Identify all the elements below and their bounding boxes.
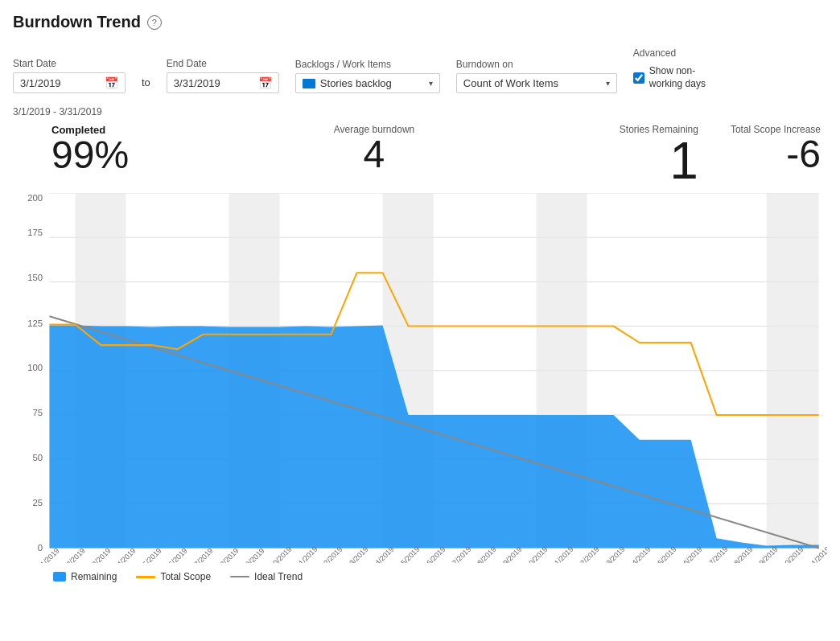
- show-nonworking-wrap: Show non-working days: [633, 62, 722, 93]
- backlogs-chevron-icon: ▾: [429, 79, 433, 88]
- start-date-label: Start Date: [13, 58, 126, 69]
- svg-text:3/4/2019: 3/4/2019: [111, 547, 138, 563]
- total-scope-swatch: [136, 576, 155, 578]
- help-icon[interactable]: ?: [147, 15, 162, 30]
- svg-text:25: 25: [33, 499, 43, 508]
- end-date-value: 3/31/2019: [174, 77, 253, 89]
- avg-burndown-block: Average burndown 4: [334, 124, 415, 174]
- calendar-icon-start: 📅: [105, 76, 118, 89]
- stories-remaining-value: 1: [620, 135, 698, 187]
- chart-legend: Remaining Total Scope Ideal Trend: [13, 571, 827, 582]
- avg-burndown-value: 4: [364, 133, 385, 175]
- backlogs-group: Backlogs / Work Items Stories backlog ▾: [295, 59, 440, 93]
- weekend-band-5: [767, 193, 819, 549]
- start-date-value: 3/1/2019: [20, 77, 100, 89]
- advanced-label: Advanced: [633, 47, 722, 59]
- burndown-value: Count of Work Items: [463, 77, 601, 89]
- backlogs-label: Backlogs / Work Items: [295, 59, 440, 70]
- to-separator: to: [142, 76, 150, 93]
- burndown-chevron-icon: ▾: [606, 79, 610, 88]
- svg-text:100: 100: [27, 363, 43, 372]
- backlogs-value: Stories backlog: [320, 77, 424, 89]
- svg-text:3/3/2019: 3/3/2019: [86, 547, 113, 563]
- date-range-label: 3/1/2019 - 3/31/2019: [13, 106, 827, 117]
- backlogs-dropdown[interactable]: Stories backlog ▾: [295, 73, 440, 93]
- remaining-label: Remaining: [71, 571, 117, 582]
- chart-container: 0 25 50 75 100 125 150 175 200: [13, 193, 827, 563]
- svg-text:75: 75: [33, 408, 43, 417]
- remaining-area: [49, 326, 818, 549]
- svg-text:3/6/2019: 3/6/2019: [163, 547, 189, 563]
- burndown-group: Burndown on Count of Work Items ▾: [456, 59, 617, 93]
- total-scope-value: -6: [731, 135, 821, 174]
- chart-area: 3/1/2019 - 3/31/2019 Completed 99% Avera…: [13, 106, 827, 582]
- ideal-trend-legend-label: Ideal Trend: [254, 571, 303, 582]
- svg-text:3/8/2019: 3/8/2019: [214, 547, 241, 563]
- calendar-icon-end: 📅: [258, 76, 272, 89]
- svg-text:3/2/2019: 3/2/2019: [60, 547, 87, 563]
- svg-text:0: 0: [38, 543, 43, 553]
- page-title: Burndown Trend: [13, 13, 141, 31]
- page-header: Burndown Trend ?: [13, 13, 827, 31]
- total-scope-legend-label: Total Scope: [160, 571, 211, 582]
- svg-text:3/7/2019: 3/7/2019: [188, 547, 215, 563]
- completed-block: Completed 99%: [51, 124, 129, 175]
- svg-text:200: 200: [27, 193, 43, 203]
- end-date-group: End Date 3/31/2019 📅: [167, 58, 279, 93]
- legend-remaining: Remaining: [53, 571, 117, 582]
- legend-total-scope: Total Scope: [136, 571, 211, 582]
- start-date-input[interactable]: 3/1/2019 📅: [13, 72, 126, 93]
- legend-ideal-trend: Ideal Trend: [230, 571, 303, 582]
- completed-value: 99%: [51, 136, 129, 175]
- ideal-trend-swatch: [230, 576, 249, 577]
- remaining-swatch: [53, 572, 66, 581]
- show-nonworking-checkbox[interactable]: [633, 72, 644, 84]
- burndown-chart: 0 25 50 75 100 125 150 175 200: [13, 193, 827, 563]
- svg-text:3/9/2019: 3/9/2019: [240, 547, 266, 563]
- stories-remaining-block: Stories Remaining 1: [620, 124, 698, 187]
- total-scope-block: Total Scope Increase -6: [731, 124, 821, 174]
- start-date-group: Start Date 3/1/2019 📅: [13, 58, 126, 93]
- end-date-label: End Date: [167, 58, 279, 69]
- burndown-dropdown[interactable]: Count of Work Items ▾: [456, 73, 617, 93]
- end-date-input[interactable]: 3/31/2019 📅: [167, 72, 279, 93]
- backlog-icon: [303, 79, 315, 88]
- svg-text:125: 125: [27, 318, 43, 328]
- burndown-label: Burndown on: [456, 59, 617, 70]
- svg-text:3/5/2019: 3/5/2019: [137, 547, 163, 563]
- svg-text:150: 150: [27, 273, 43, 283]
- controls-row: Start Date 3/1/2019 📅 to End Date 3/31/2…: [13, 47, 827, 93]
- show-nonworking-label: Show non-working days: [649, 65, 722, 90]
- svg-text:50: 50: [33, 453, 43, 462]
- svg-text:175: 175: [27, 228, 43, 237]
- advanced-group: Advanced Show non-working days: [633, 47, 722, 93]
